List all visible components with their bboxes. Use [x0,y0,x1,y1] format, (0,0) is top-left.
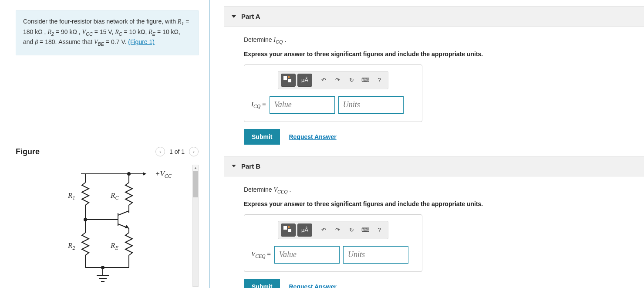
part-a-title: Part A [241,13,260,20]
svg-marker-2 [143,172,146,176]
part-a-answer-box: μÅ ↶ ↷ ↻ ⌨ ? ICQ = [244,64,422,122]
help-button[interactable]: ? [373,74,385,87]
part-b-prompt: Determine VCEQ . [244,186,644,194]
part-a-value-input[interactable] [270,96,335,114]
caret-down-icon [232,15,236,18]
units-button[interactable]: μÅ [297,74,312,87]
figure-next-button[interactable]: › [189,147,199,156]
reset-button[interactable]: ↻ [345,74,357,87]
units-button[interactable]: μÅ [297,224,312,237]
left-pane: Consider the four-resistor bias network … [0,0,208,288]
figure-prev-button[interactable]: ‹ [155,147,165,156]
var-Vcc: V [82,29,86,35]
problem-statement: Consider the four-resistor bias network … [16,10,199,55]
part-b-header[interactable]: Part B [224,156,644,176]
part-a-header[interactable]: Part A [224,6,644,27]
var-Vbe: V [94,39,98,45]
part-a-body: Determine ICQ . Express your answer to t… [224,27,644,148]
svg-rect-33 [283,226,287,230]
part-b-answer-box: μÅ ↶ ↷ ↻ ⌨ ? VCEQ = [244,214,422,272]
svg-rect-30 [283,76,287,80]
part-b-submit-button[interactable]: Submit [244,279,280,288]
var-Re: R [148,29,152,35]
keyboard-button[interactable]: ⌨ [359,224,371,237]
figure-heading: Figure [16,147,40,156]
part-b-value-input[interactable] [274,246,340,264]
problem-text-prefix: Consider the four-resistor bias network … [23,18,178,25]
keyboard-button[interactable]: ⌨ [359,74,371,87]
part-a-instructions: Express your answer to three significant… [244,51,644,58]
figure-scrollbar[interactable]: ▲ [192,165,199,287]
svg-text:RE: RE [110,241,118,251]
part-b-toolbar: μÅ ↶ ↷ ↻ ⌨ ? [278,221,388,239]
part-b-request-answer-link[interactable]: Request Answer [289,283,336,288]
undo-button[interactable]: ↶ [317,74,330,87]
circuit-figure: +VCC R1 RC R2 RE ▲ [16,163,199,288]
undo-button[interactable]: ↶ [317,224,330,237]
part-b-var-label: VCEQ = [251,250,271,259]
caret-down-icon [232,165,236,167]
scroll-thumb[interactable] [193,171,198,197]
circuit-svg: +VCC R1 RC R2 RE [16,163,190,287]
figure-header: Figure ‹ 1 of 1 › [16,147,199,161]
redo-button[interactable]: ↷ [331,74,344,87]
part-a-var-label: ICQ = [251,100,266,109]
redo-button[interactable]: ↷ [331,224,344,237]
scroll-up-icon[interactable]: ▲ [193,165,198,171]
templates-button[interactable] [281,224,296,237]
svg-text:R1: R1 [67,191,75,201]
part-a-submit-button[interactable]: Submit [244,129,280,145]
var-Rc: R [115,29,119,35]
part-a-units-input[interactable] [338,96,404,114]
pane-divider [208,0,211,288]
svg-text:R2: R2 [67,241,75,251]
templates-button[interactable] [281,74,296,87]
right-pane: Part A Determine ICQ . Express your answ… [211,0,644,288]
part-a-toolbar: μÅ ↶ ↷ ↻ ⌨ ? [278,71,388,89]
svg-text:+VCC: +VCC [155,169,172,179]
part-a-request-answer-link[interactable]: Request Answer [289,133,336,140]
figure-counter: 1 of 1 [169,148,185,155]
part-b-units-input[interactable] [343,246,408,264]
part-b-body: Determine VCEQ . Express your answer to … [224,176,644,288]
svg-rect-35 [288,229,291,232]
svg-line-12 [118,211,129,215]
figure-link[interactable]: (Figure 1) [128,38,155,45]
reset-button[interactable]: ↻ [345,224,357,237]
var-R2: R [47,29,51,35]
svg-rect-31 [288,76,290,78]
part-b-instructions: Express your answer to three significant… [244,200,644,207]
help-button[interactable]: ? [373,224,385,237]
svg-rect-32 [288,79,291,82]
svg-text:RC: RC [110,191,119,201]
part-b-title: Part B [241,163,260,170]
svg-rect-34 [288,226,290,228]
svg-point-24 [128,173,130,175]
part-a-prompt: Determine ICQ . [244,36,644,44]
